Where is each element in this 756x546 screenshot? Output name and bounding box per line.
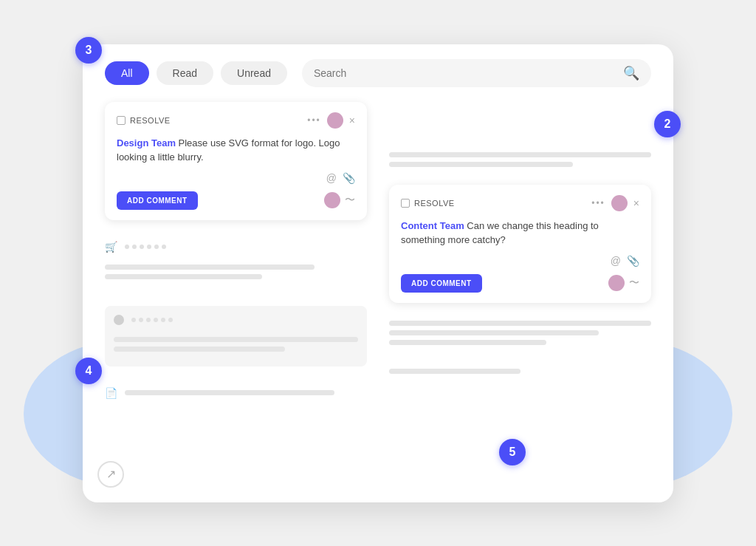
at-icon-right[interactable]: @ bbox=[611, 255, 621, 267]
cart-icon: 🛒 bbox=[105, 241, 117, 253]
comment-footer-right: ADD COMMENT 〜 bbox=[401, 274, 639, 293]
left-placeholder-1: 🛒 bbox=[105, 232, 367, 294]
mention-tag-right: Content Team bbox=[401, 220, 464, 231]
left-comment-card: RESOLVE ••• × Design Team Please use SVG… bbox=[105, 102, 367, 220]
badge-3: 3 bbox=[75, 37, 102, 64]
ph-line bbox=[389, 321, 651, 326]
footer-avatars: 〜 bbox=[324, 192, 355, 208]
resolve-checkbox[interactable] bbox=[117, 116, 126, 125]
more-options-icon-right[interactable]: ••• bbox=[591, 198, 605, 208]
footer-avatars-right: 〜 bbox=[608, 275, 639, 291]
dot bbox=[140, 245, 144, 249]
ph-line-group-2 bbox=[114, 337, 358, 352]
ph-line bbox=[389, 330, 599, 335]
dot bbox=[162, 245, 166, 249]
card-header-right: RESOLVE ••• × bbox=[401, 195, 639, 211]
resolve-label-right: RESOLVE bbox=[401, 199, 455, 208]
filter-all-button[interactable]: All bbox=[105, 61, 149, 85]
resolve-label: RESOLVE bbox=[117, 116, 171, 125]
main-card: 3 2 4 5 All Read Unread 🔍 bbox=[83, 44, 673, 502]
content-area: RESOLVE ••• × Design Team Please use SVG… bbox=[105, 102, 651, 408]
notify-icon-right: 〜 bbox=[629, 276, 639, 290]
doc-icon: 📄 bbox=[105, 387, 117, 399]
dot bbox=[154, 318, 158, 322]
comment-text-right: Content Team Can we change this heading … bbox=[401, 219, 639, 248]
ph-line bbox=[105, 265, 315, 270]
ph-line bbox=[389, 152, 651, 157]
dot bbox=[125, 245, 129, 249]
dot bbox=[132, 245, 137, 249]
commenter-avatar bbox=[324, 192, 340, 208]
comment-tools-right: @ 📎 bbox=[401, 255, 639, 267]
comment-text: Design Team Please use SVG format for lo… bbox=[117, 136, 355, 165]
resolve-text-right: RESOLVE bbox=[414, 199, 455, 208]
dot bbox=[168, 318, 173, 322]
attach-icon-right[interactable]: 📎 bbox=[627, 255, 639, 267]
search-icon: 🔍 bbox=[623, 65, 639, 81]
attach-icon[interactable]: 📎 bbox=[343, 172, 355, 184]
comment-footer: ADD COMMENT 〜 bbox=[117, 191, 355, 210]
commenter-avatar-right bbox=[608, 275, 625, 291]
ph-line-group-1 bbox=[105, 265, 367, 279]
ph-line bbox=[114, 337, 358, 342]
more-options-icon[interactable]: ••• bbox=[307, 115, 321, 126]
exit-icon: ↗ bbox=[106, 467, 116, 481]
badge-4: 4 bbox=[75, 358, 102, 384]
resolve-text: RESOLVE bbox=[130, 116, 171, 125]
dot bbox=[146, 318, 151, 322]
right-bottom-ph-1 bbox=[389, 321, 651, 345]
avatar bbox=[327, 112, 343, 129]
search-bar[interactable]: 🔍 bbox=[302, 59, 651, 87]
dot bbox=[139, 318, 143, 322]
badge-2: 2 bbox=[654, 111, 681, 137]
right-comment-card: RESOLVE ••• × Content Team Can we change… bbox=[389, 185, 651, 303]
filter-read-button[interactable]: Read bbox=[157, 61, 213, 85]
filter-bar: All Read Unread 🔍 bbox=[105, 59, 651, 87]
circle-icon bbox=[114, 315, 124, 325]
ph-line bbox=[105, 274, 262, 279]
dot bbox=[131, 318, 136, 322]
left-placeholder-2: 📄 bbox=[105, 378, 367, 408]
ph-line bbox=[389, 162, 573, 167]
right-top-ph bbox=[389, 152, 651, 167]
notify-icon: 〜 bbox=[345, 194, 355, 207]
right-bottom-ph-2 bbox=[389, 369, 651, 374]
placeholder-dots-1 bbox=[125, 245, 166, 249]
dot bbox=[161, 318, 165, 322]
search-input[interactable] bbox=[314, 67, 617, 79]
comment-tools: @ 📎 bbox=[117, 172, 355, 184]
dot bbox=[147, 245, 151, 249]
add-comment-button-right[interactable]: ADD COMMENT bbox=[401, 274, 482, 293]
mention-tag: Design Team bbox=[117, 137, 176, 149]
card-actions: ••• × bbox=[307, 112, 355, 129]
placeholder-row-1: 🛒 bbox=[105, 241, 367, 253]
ph-line bbox=[125, 390, 334, 395]
card-actions-right: ••• × bbox=[591, 195, 639, 211]
card-header: RESOLVE ••• × bbox=[117, 112, 355, 129]
close-button[interactable]: × bbox=[349, 115, 355, 126]
left-column: RESOLVE ••• × Design Team Please use SVG… bbox=[105, 102, 367, 408]
resolve-checkbox-right[interactable] bbox=[401, 199, 410, 208]
dot bbox=[154, 245, 159, 249]
filter-unread-button[interactable]: Unread bbox=[221, 61, 287, 85]
at-icon[interactable]: @ bbox=[326, 172, 337, 184]
right-column: RESOLVE ••• × Content Team Can we change… bbox=[389, 102, 651, 408]
placeholder-row-2 bbox=[114, 315, 358, 325]
close-button-right[interactable]: × bbox=[633, 197, 639, 209]
ph-line bbox=[114, 347, 285, 352]
gray-block-left bbox=[105, 306, 367, 366]
ph-line bbox=[389, 340, 546, 345]
add-comment-button[interactable]: ADD COMMENT bbox=[117, 191, 198, 210]
badge-5: 5 bbox=[499, 439, 526, 465]
ph-line bbox=[389, 369, 520, 374]
placeholder-row-3: 📄 bbox=[105, 387, 367, 399]
avatar-right bbox=[611, 195, 628, 211]
placeholder-dots-2 bbox=[131, 318, 173, 322]
exit-icon-button[interactable]: ↗ bbox=[97, 461, 124, 488]
